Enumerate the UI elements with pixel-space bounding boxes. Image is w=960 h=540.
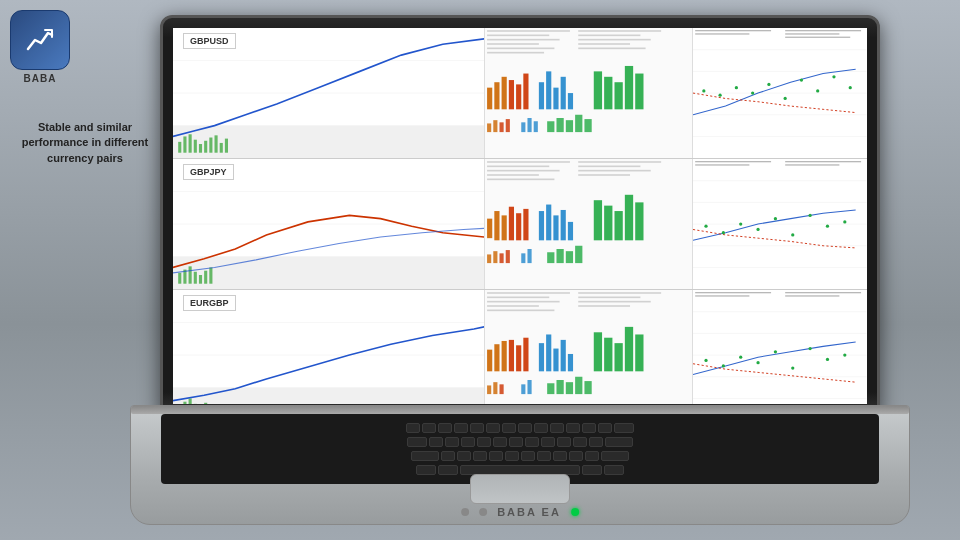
svg-point-64	[768, 83, 771, 86]
svg-rect-43	[494, 120, 498, 132]
key	[438, 465, 458, 475]
key	[441, 451, 455, 461]
svg-rect-156	[487, 310, 554, 312]
key	[454, 423, 468, 433]
logo-label: BABA	[24, 73, 57, 84]
svg-rect-48	[534, 121, 538, 132]
svg-rect-184	[566, 382, 573, 394]
svg-point-195	[740, 356, 743, 359]
keyboard-row-1	[406, 423, 634, 433]
svg-rect-186	[585, 381, 592, 394]
svg-rect-79	[178, 273, 181, 284]
stats-chart-gbpusd	[485, 28, 693, 158]
svg-rect-6	[189, 134, 192, 152]
svg-rect-7	[194, 140, 197, 153]
key	[614, 423, 634, 433]
status-dot-green	[571, 508, 579, 516]
svg-rect-166	[524, 338, 529, 372]
stats-chart-gbpjpy	[485, 159, 693, 289]
svg-point-61	[719, 94, 722, 97]
svg-rect-5	[183, 136, 186, 152]
svg-rect-155	[487, 305, 539, 307]
svg-rect-92	[579, 161, 662, 163]
key	[550, 423, 564, 433]
svg-rect-182	[547, 384, 554, 395]
key	[509, 437, 523, 447]
key	[493, 437, 507, 447]
svg-rect-95	[579, 174, 631, 176]
svg-rect-183	[557, 380, 564, 394]
svg-point-196	[757, 361, 760, 364]
svg-rect-169	[554, 349, 559, 372]
svg-rect-160	[579, 305, 631, 307]
svg-rect-44	[500, 122, 504, 132]
key	[553, 451, 567, 461]
svg-rect-178	[494, 382, 498, 394]
svg-point-63	[751, 91, 754, 94]
key	[589, 437, 603, 447]
svg-rect-177	[487, 386, 491, 395]
svg-rect-47	[528, 118, 532, 132]
key	[601, 451, 629, 461]
key	[604, 465, 624, 475]
svg-point-201	[844, 354, 847, 357]
svg-rect-185	[575, 377, 582, 394]
laptop-trackpad[interactable]	[470, 474, 570, 504]
svg-rect-106	[568, 222, 573, 240]
logo-box	[10, 10, 70, 70]
svg-point-133	[792, 233, 795, 236]
svg-rect-28	[502, 77, 507, 110]
svg-rect-91	[487, 179, 554, 181]
key	[585, 451, 599, 461]
svg-rect-115	[506, 250, 510, 263]
key	[473, 451, 487, 461]
svg-point-129	[722, 231, 725, 234]
svg-rect-111	[636, 203, 644, 241]
svg-point-66	[800, 78, 803, 81]
key	[525, 437, 539, 447]
key	[438, 423, 452, 433]
svg-rect-22	[579, 35, 641, 37]
svg-rect-120	[566, 251, 573, 263]
svg-rect-164	[509, 340, 514, 371]
svg-point-135	[826, 225, 829, 228]
laptop-screen: GBPUSD	[173, 28, 867, 404]
svg-rect-15	[487, 30, 570, 32]
key	[537, 451, 551, 461]
svg-rect-20	[487, 52, 544, 54]
svg-rect-71	[696, 33, 750, 34]
svg-rect-87	[487, 161, 570, 163]
svg-rect-24	[579, 43, 631, 45]
svg-rect-39	[615, 82, 623, 109]
chart-row-gbpusd: GBPUSD	[173, 28, 867, 159]
svg-rect-51	[566, 120, 573, 132]
chart-label-gbpjpy: GBPJPY	[183, 164, 234, 180]
svg-rect-37	[594, 71, 602, 109]
svg-rect-72	[786, 30, 862, 31]
signals-chart-eurgbp	[693, 290, 867, 404]
key	[582, 465, 602, 475]
key	[461, 437, 475, 447]
key	[505, 451, 519, 461]
key	[518, 423, 532, 433]
svg-rect-90	[487, 174, 539, 176]
chart-row-gbpjpy: GBPJPY	[173, 159, 867, 290]
svg-rect-154	[487, 301, 560, 303]
key	[569, 451, 583, 461]
svg-rect-205	[786, 296, 840, 297]
svg-rect-158	[579, 297, 641, 299]
brand-text: BABA EA	[497, 506, 561, 518]
svg-rect-152	[487, 292, 570, 294]
logo-area: BABA	[10, 10, 70, 84]
svg-rect-84	[204, 271, 207, 284]
svg-rect-181	[528, 380, 532, 394]
signals-chart-gbpusd	[693, 28, 867, 158]
key	[557, 437, 571, 447]
svg-rect-161	[487, 350, 492, 372]
svg-rect-19	[487, 48, 554, 50]
key	[411, 451, 439, 461]
svg-rect-150	[204, 403, 207, 404]
svg-rect-31	[524, 74, 529, 110]
svg-rect-107	[594, 200, 602, 240]
key	[573, 437, 587, 447]
